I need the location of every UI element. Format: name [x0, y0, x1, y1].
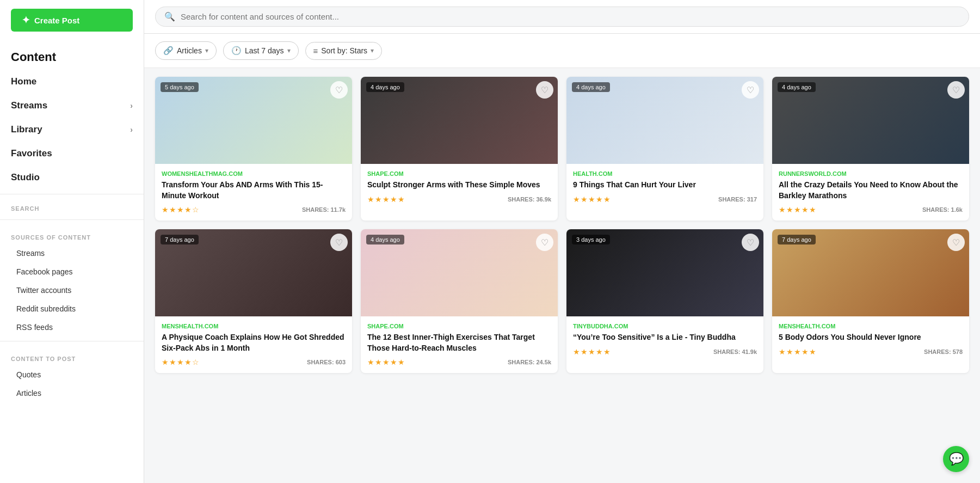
time-badge: 4 days ago: [778, 82, 816, 92]
card-body: RUNNERSWORLD.COM All the Crazy Details Y…: [772, 164, 969, 221]
card-body: SHAPE.COM The 12 Best Inner-Thigh Exerci…: [361, 316, 558, 373]
card-source: TINYBUDDHA.COM: [573, 323, 757, 329]
chevron-right-icon: ›: [130, 101, 133, 110]
favorite-button[interactable]: ♡: [330, 81, 348, 99]
card-title: 9 Things That Can Hurt Your Liver: [573, 180, 757, 191]
card-footer: ★★★★★ SHARES: 24.5k: [367, 358, 551, 366]
card-item[interactable]: 4 days ago ♡ SHAPE.COM The 12 Best Inner…: [361, 229, 558, 373]
content-articles[interactable]: Articles: [0, 384, 144, 402]
pen-icon: ✦: [22, 14, 30, 26]
nav-library-label: Library: [11, 124, 42, 135]
source-facebook-label: Facebook pages: [16, 267, 73, 276]
source-reddit[interactable]: Reddit subreddits: [0, 299, 144, 318]
card-item[interactable]: 7 days ago ♡ MENSHEALTH.COM A Physique C…: [155, 229, 352, 373]
card-item[interactable]: 3 days ago ♡ TINYBUDDHA.COM “You’re Too …: [566, 229, 763, 373]
nav-favorites[interactable]: Favorites: [0, 142, 144, 166]
card-shares: SHARES: 578: [924, 349, 963, 355]
chevron-down-icon: ▾: [371, 47, 374, 54]
time-badge: 4 days ago: [366, 82, 404, 92]
nav-home[interactable]: Home: [0, 70, 144, 94]
card-footer: ★★★★☆ SHARES: 11.7k: [162, 205, 346, 214]
card-shares: SHARES: 24.5k: [508, 359, 551, 365]
card-source: WOMENSHEALTHMAG.COM: [162, 170, 346, 177]
favorite-button[interactable]: ♡: [742, 234, 759, 251]
create-post-label: Create Post: [34, 16, 79, 25]
card-body: SHAPE.COM Sculpt Stronger Arms with Thes…: [361, 164, 558, 210]
sources-label: Sources of content: [0, 224, 144, 244]
card-image-wrapper: 4 days ago ♡: [566, 77, 763, 164]
type-filter-button[interactable]: 🔗 Articles ▾: [155, 41, 217, 60]
chevron-right-icon: ›: [130, 125, 133, 134]
sidebar: ✦ Create Post Content Home Streams › Lib…: [0, 0, 144, 483]
chat-bubble-button[interactable]: 💬: [943, 446, 969, 472]
card-body: WOMENSHEALTHMAG.COM Transform Your Abs A…: [155, 164, 352, 221]
time-badge: 5 days ago: [161, 82, 199, 92]
favorite-button[interactable]: ♡: [536, 234, 553, 251]
chat-icon: 💬: [949, 452, 964, 466]
card-item[interactable]: 4 days ago ♡ SHAPE.COM Sculpt Stronger A…: [361, 77, 558, 221]
filter-bar: 🔗 Articles ▾ 🕐 Last 7 days ▾ ≡ Sort by: …: [144, 34, 980, 68]
nav-library[interactable]: Library ›: [0, 118, 144, 142]
source-rss[interactable]: RSS feeds: [0, 318, 144, 337]
card-stars: ★★★★★: [779, 205, 817, 214]
nav-streams[interactable]: Streams ›: [0, 94, 144, 118]
content-heading: Content: [0, 45, 144, 70]
card-source: SHAPE.COM: [367, 170, 551, 177]
content-quotes[interactable]: Quotes: [0, 365, 144, 384]
card-image-wrapper: 5 days ago ♡: [155, 77, 352, 164]
card-title: 5 Body Odors You Should Never Ignore: [779, 332, 963, 343]
card-source: MENSHEALTH.COM: [162, 323, 346, 329]
card-item[interactable]: 4 days ago ♡ HEALTH.COM 9 Things That Ca…: [566, 77, 763, 221]
card-image-wrapper: 4 days ago ♡: [361, 229, 558, 316]
card-item[interactable]: 7 days ago ♡ MENSHEALTH.COM 5 Body Odors…: [772, 229, 969, 373]
card-shares: SHARES: 36.9k: [508, 196, 551, 203]
card-footer: ★★★★★ SHARES: 1.6k: [779, 205, 963, 214]
card-image-wrapper: 3 days ago ♡: [566, 229, 763, 316]
nav-home-label: Home: [11, 76, 36, 87]
card-footer: ★★★★★ SHARES: 578: [779, 347, 963, 356]
time-badge: 3 days ago: [572, 235, 610, 244]
sort-filter-button[interactable]: ≡ Sort by: Stars ▾: [305, 42, 383, 60]
source-reddit-label: Reddit subreddits: [16, 304, 76, 313]
chevron-down-icon: ▾: [287, 47, 291, 54]
favorite-button[interactable]: ♡: [330, 234, 348, 251]
chevron-down-icon: ▾: [205, 47, 208, 54]
card-shares: SHARES: 11.7k: [302, 206, 346, 213]
card-body: MENSHEALTH.COM 5 Body Odors You Should N…: [772, 316, 969, 363]
source-facebook[interactable]: Facebook pages: [0, 262, 144, 281]
content-quotes-label: Quotes: [16, 370, 41, 379]
card-footer: ★★★★★ SHARES: 41.9k: [573, 347, 757, 356]
time-badge: 4 days ago: [572, 82, 610, 92]
card-item[interactable]: 5 days ago ♡ WOMENSHEALTHMAG.COM Transfo…: [155, 77, 352, 221]
search-input[interactable]: [181, 12, 960, 21]
card-footer: ★★★★★ SHARES: 317: [573, 195, 757, 204]
divider: [0, 194, 144, 194]
card-image-wrapper: 4 days ago ♡: [772, 77, 969, 164]
card-shares: SHARES: 603: [307, 359, 346, 365]
favorite-button[interactable]: ♡: [742, 81, 759, 99]
time-badge: 4 days ago: [366, 235, 404, 244]
content-to-post-label: Content to post: [0, 346, 144, 365]
card-title: Transform Your Abs AND Arms With This 15…: [162, 180, 346, 201]
search-bar: 🔍: [155, 7, 969, 27]
nav-studio[interactable]: Studio: [0, 166, 144, 189]
create-post-button[interactable]: ✦ Create Post: [11, 9, 133, 32]
card-item[interactable]: 4 days ago ♡ RUNNERSWORLD.COM All the Cr…: [772, 77, 969, 221]
time-badge: 7 days ago: [161, 235, 199, 244]
card-stars: ★★★★★: [367, 195, 405, 204]
favorite-button[interactable]: ♡: [947, 81, 965, 99]
nav-studio-label: Studio: [11, 172, 40, 183]
card-title: The 12 Best Inner-Thigh Exercises That T…: [367, 332, 551, 353]
card-shares: SHARES: 1.6k: [922, 206, 963, 213]
favorite-button[interactable]: ♡: [536, 81, 553, 99]
card-body: HEALTH.COM 9 Things That Can Hurt Your L…: [566, 164, 763, 210]
favorite-button[interactable]: ♡: [947, 234, 965, 251]
source-twitter[interactable]: Twitter accounts: [0, 281, 144, 299]
nav-streams-label: Streams: [11, 100, 47, 111]
cards-container: 5 days ago ♡ WOMENSHEALTHMAG.COM Transfo…: [144, 68, 980, 483]
top-bar: 🔍: [144, 0, 980, 34]
time-filter-button[interactable]: 🕐 Last 7 days ▾: [223, 41, 299, 60]
card-shares: SHARES: 317: [718, 196, 757, 203]
source-streams[interactable]: Streams: [0, 244, 144, 262]
card-image-wrapper: 7 days ago ♡: [772, 229, 969, 316]
